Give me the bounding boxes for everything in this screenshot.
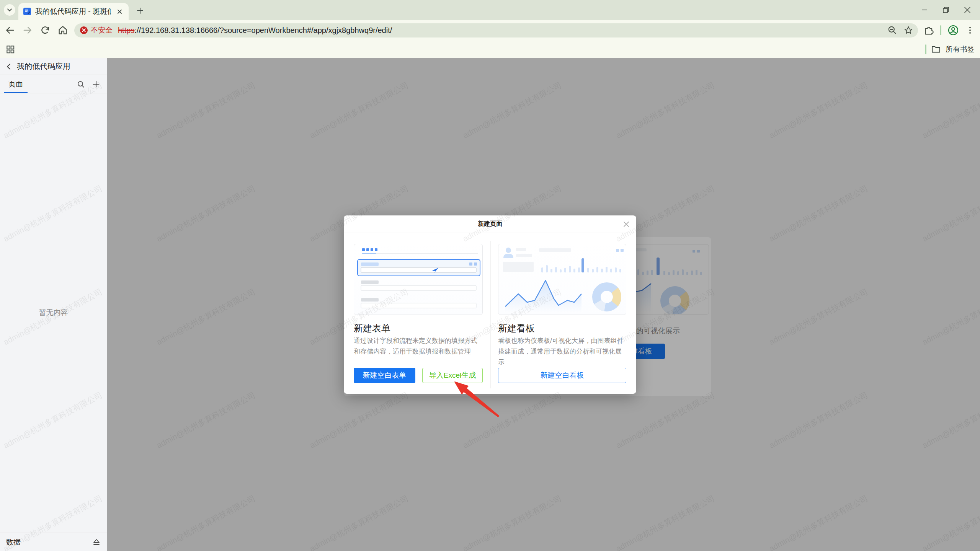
tab-close-button[interactable]	[115, 7, 124, 16]
home-button[interactable]	[55, 23, 70, 38]
home-icon	[57, 25, 68, 36]
dialog-close-button[interactable]	[622, 220, 631, 229]
dialog-body: 新建表单 通过设计字段和流程来定义数据的填报方式和存储内容，适用于数据填报和数据…	[344, 233, 636, 396]
tab-strip: 我的低代码应用 - 斑斑低代码	[0, 0, 980, 20]
forward-arrow-icon	[22, 25, 33, 36]
bookmark-star-icon[interactable]	[903, 25, 913, 35]
browser-window: 我的低代码应用 - 斑斑低代码 不安全 https://192.168.31.1…	[0, 0, 980, 551]
forward-button[interactable]	[20, 23, 35, 38]
chevron-down-icon	[7, 7, 13, 13]
form-preview-illustration	[354, 244, 483, 315]
minimize-button[interactable]	[920, 5, 929, 15]
close-icon	[117, 9, 122, 15]
address-bar[interactable]: 不安全 https://192.168.31.138:16666/?source…	[74, 23, 918, 37]
close-icon	[623, 221, 630, 228]
active-tab-indicator	[4, 92, 28, 93]
create-blank-board-button[interactable]: 新建空白看板	[498, 368, 626, 383]
toolbar-separator	[940, 25, 941, 35]
board-card-description: 看板也称为仪表板/可视化大屏，由图表组件搭建而成，通常用于数据的分析和可视化展示	[498, 336, 626, 368]
reload-button[interactable]	[38, 23, 53, 38]
all-bookmarks-button[interactable]: 所有书签	[946, 44, 975, 54]
board-card: 新建看板 看板也称为仪表板/可视化大屏，由图表组件搭建而成，通常用于数据的分析和…	[498, 244, 626, 383]
app-viewport: 我的低代码应用 页面 暂无内容 数据	[0, 58, 980, 551]
folder-icon	[931, 44, 941, 54]
minimize-icon	[921, 7, 928, 13]
browser-toolbar: 不安全 https://192.168.31.138:16666/?source…	[0, 20, 980, 41]
restore-icon	[942, 7, 949, 13]
data-section-toggle[interactable]: 数据	[0, 533, 107, 551]
column-divider	[490, 241, 491, 388]
not-secure-icon	[80, 26, 88, 34]
board-preview-illustration	[498, 244, 626, 315]
favicon	[23, 7, 31, 16]
new-page-dialog: 新建页面	[344, 215, 636, 394]
plus-icon	[136, 7, 144, 15]
reload-icon	[40, 25, 51, 36]
app-title: 我的低代码应用	[17, 61, 70, 72]
plus-icon	[92, 80, 100, 88]
sidebar-header: 我的低代码应用	[0, 58, 107, 75]
search-pages-button[interactable]	[76, 80, 85, 89]
apps-grid-icon[interactable]	[5, 44, 15, 54]
url-scheme: https	[118, 26, 134, 34]
security-label: 不安全	[91, 25, 113, 35]
board-card-title: 新建看板	[498, 323, 626, 334]
empty-state-text: 暂无内容	[0, 308, 107, 318]
form-card-title: 新建表单	[354, 323, 483, 334]
menu-kebab-icon[interactable]	[965, 25, 975, 35]
back-arrow-icon	[5, 25, 15, 36]
pages-sidebar: 我的低代码应用 页面 暂无内容 数据	[0, 58, 107, 551]
extensions-icon[interactable]	[923, 25, 934, 36]
close-icon	[964, 7, 971, 13]
bookmarks-bar: 所有书签	[0, 41, 980, 58]
profile-avatar-icon[interactable]	[947, 24, 959, 36]
back-button[interactable]	[2, 23, 18, 38]
browser-tab[interactable]: 我的低代码应用 - 斑斑低代码	[18, 3, 129, 20]
new-tab-button[interactable]	[135, 5, 145, 16]
back-chevron-icon[interactable]	[5, 63, 12, 70]
dialog-title: 新建页面	[478, 220, 502, 228]
eject-icon	[92, 538, 101, 546]
toolbar-right	[923, 24, 975, 36]
zoom-out-icon[interactable]	[887, 25, 897, 35]
form-card-description: 通过设计字段和流程来定义数据的填报方式和存储内容，适用于数据填报和数据管理	[354, 336, 483, 357]
add-page-button[interactable]	[91, 80, 101, 89]
restore-button[interactable]	[941, 5, 951, 15]
window-controls	[920, 0, 977, 20]
tab-title: 我的低代码应用 - 斑斑低代码	[35, 7, 111, 16]
form-card: 新建表单 通过设计字段和流程来定义数据的填报方式和存储内容，适用于数据填报和数据…	[354, 244, 483, 383]
create-blank-form-button[interactable]: 新建空白表单	[354, 368, 415, 383]
dialog-header: 新建页面	[344, 215, 636, 233]
bookmarks-separator	[925, 44, 926, 54]
tab-search-button[interactable]	[4, 4, 15, 16]
sidebar-tabs: 页面	[0, 75, 107, 93]
url-rest: ://192.168.31.138:16666/?source=openWork…	[134, 26, 392, 34]
search-icon	[77, 80, 85, 88]
url-text: https://192.168.31.138:16666/?source=ope…	[118, 26, 887, 35]
close-window-button[interactable]	[962, 5, 972, 15]
tab-pages[interactable]: 页面	[6, 75, 25, 93]
import-excel-button[interactable]: 导入Excel生成	[422, 368, 483, 383]
security-badge[interactable]: 不安全	[80, 25, 113, 35]
